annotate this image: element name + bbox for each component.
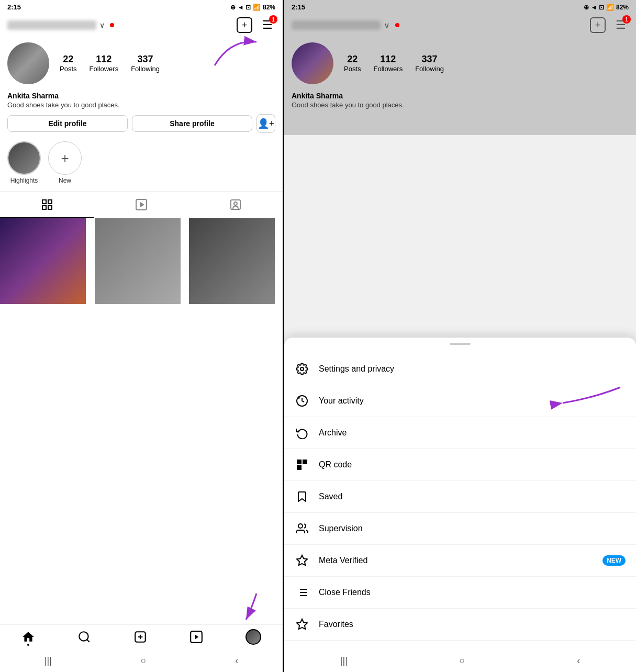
menu-item-closefriends[interactable]: Close Friends [284, 577, 636, 609]
right-menu-button[interactable]: ☰ 1 [613, 17, 629, 33]
stat-posts[interactable]: 22 Posts [60, 54, 77, 73]
highlight-item-new[interactable]: + New [48, 141, 82, 184]
settings-label: Settings and privacy [319, 364, 626, 374]
grid-cell-0[interactable] [0, 218, 86, 304]
nav-search[interactable] [77, 630, 91, 644]
svg-rect-4 [48, 206, 52, 209]
svg-point-9 [79, 632, 88, 641]
right-sys-back[interactable]: ‹ [577, 655, 580, 666]
action-buttons: Edit profile Share profile 👤+ [0, 114, 283, 139]
highlight-item-0[interactable]: Highlights [7, 141, 41, 184]
menu-item-supervision[interactable]: Supervision [284, 513, 636, 545]
grid-cell-1[interactable] [95, 218, 181, 304]
right-sys-recent[interactable]: ||| [340, 655, 348, 666]
highlight-circle-0[interactable] [7, 141, 41, 175]
menu-badge: 1 [269, 15, 277, 24]
right-username-blur [292, 20, 381, 30]
left-phone-panel: 2:15 ⊕ ◄ ⊡ 📶 82% ∨ + ☰ 1 [0, 0, 283, 672]
add-person-icon: 👤+ [258, 118, 275, 129]
nav-profile[interactable] [246, 629, 261, 645]
left-top-nav: ∨ + ☰ 1 [0, 14, 283, 37]
right-dropdown-icon: ∨ [384, 20, 390, 30]
svg-rect-21 [304, 461, 306, 463]
right-notification-dot [395, 23, 399, 27]
right-sys-nav: ||| ○ ‹ [284, 649, 636, 672]
following-label: Following [131, 65, 160, 73]
tab-grid[interactable] [0, 192, 94, 218]
profile-avatar-nav [246, 629, 261, 645]
svg-rect-20 [298, 461, 300, 463]
posts-label: Posts [60, 65, 77, 73]
activity-label: Your activity [319, 396, 626, 406]
menu-item-archive[interactable]: Archive [284, 417, 636, 449]
right-status-bar: 2:15 ⊕ ◄ ⊡ 📶 82% [284, 0, 636, 14]
right-avatar [292, 42, 333, 84]
menu-item-settings[interactable]: Settings and privacy [284, 353, 636, 385]
sys-home[interactable]: ○ [141, 655, 147, 666]
metaverified-icon [295, 553, 309, 568]
right-sys-home[interactable]: ○ [460, 655, 465, 666]
right-add-post-button[interactable]: + [590, 17, 606, 33]
metaverified-label: Meta Verified [319, 556, 593, 565]
profile-bio: Good shoes take you to good places. [7, 101, 275, 109]
svg-point-32 [298, 524, 303, 528]
right-profile-section: 22 Posts 112 Followers 337 Following [284, 37, 636, 88]
photo-grid [0, 218, 283, 304]
svg-marker-6 [140, 203, 143, 207]
stat-following[interactable]: 337 Following [131, 54, 160, 73]
favorites-icon [295, 617, 309, 632]
settings-icon [295, 362, 309, 376]
sheet-handle [450, 343, 471, 345]
sys-back[interactable]: ‹ [235, 655, 238, 666]
svg-point-8 [234, 202, 237, 205]
left-sys-nav: ||| ○ ‹ [0, 649, 283, 672]
nav-home[interactable] [21, 630, 35, 644]
nav-reels[interactable] [189, 630, 203, 644]
add-person-button[interactable]: 👤+ [256, 114, 275, 133]
menu-button[interactable]: ☰ 1 [260, 17, 275, 33]
svg-marker-12 [195, 635, 199, 640]
profile-name: Ankita Sharma [7, 92, 275, 100]
tab-bar [0, 192, 283, 218]
notification-dot [110, 23, 114, 27]
saved-icon [295, 489, 309, 504]
edit-profile-button[interactable]: Edit profile [7, 115, 128, 132]
saved-label: Saved [319, 492, 626, 501]
right-profile-bio: Good shoes take you to good places. [292, 101, 629, 109]
menu-item-qrcode[interactable]: QR code [284, 449, 636, 481]
highlight-label-new: New [59, 177, 71, 184]
qrcode-icon [295, 457, 309, 472]
supervision-label: Supervision [319, 524, 626, 533]
svg-rect-1 [42, 200, 46, 204]
menu-item-activity[interactable]: Your activity [284, 385, 636, 417]
left-time: 2:15 [7, 3, 21, 11]
dropdown-arrow-icon[interactable]: ∨ [99, 21, 105, 29]
menu-item-metaverified[interactable]: Meta Verified NEW [284, 545, 636, 577]
avatar[interactable] [7, 42, 49, 84]
tab-reels[interactable] [94, 192, 188, 218]
menu-item-favorites[interactable]: Favorites [284, 609, 636, 641]
add-post-button[interactable]: + [237, 17, 252, 33]
share-profile-button[interactable]: Share profile [132, 115, 252, 132]
qrcode-label: QR code [319, 460, 626, 469]
nav-icons: + ☰ 1 [237, 17, 275, 33]
left-status-bar: 2:15 ⊕ ◄ ⊡ 📶 82% [0, 0, 283, 14]
closefriends-icon [295, 585, 309, 600]
right-bio-section: Ankita Sharma Good shoes take you to goo… [284, 88, 636, 114]
svg-rect-2 [48, 200, 52, 204]
sys-recent[interactable]: ||| [44, 655, 52, 666]
nav-create[interactable] [133, 630, 147, 644]
tab-tagged[interactable] [188, 192, 283, 218]
new-highlight-button[interactable]: + [48, 141, 82, 175]
stats-area: 22 Posts 112 Followers 337 Following [60, 54, 275, 73]
right-menu-badge: 1 [622, 15, 631, 24]
supervision-icon [295, 521, 309, 536]
home-dot [27, 644, 29, 646]
followers-count: 112 [96, 54, 111, 65]
svg-point-14 [300, 367, 304, 371]
right-stat-posts: 22 Posts [344, 54, 361, 73]
grid-cell-2[interactable] [189, 218, 275, 304]
stat-followers[interactable]: 112 Followers [90, 54, 119, 73]
menu-item-saved[interactable]: Saved [284, 481, 636, 513]
right-time: 2:15 [292, 3, 305, 11]
